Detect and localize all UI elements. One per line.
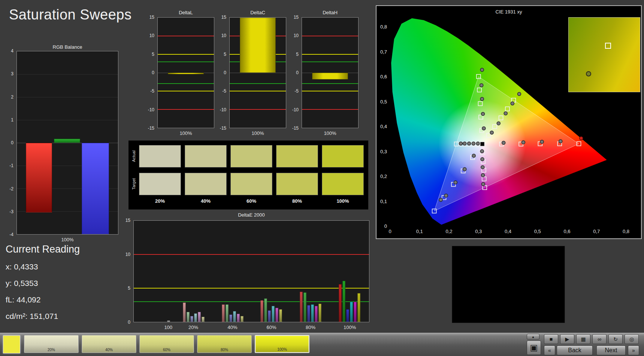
measurement-dot <box>472 142 475 145</box>
x-tick-label: 20% <box>188 325 198 330</box>
y-tick-label: -15 <box>220 126 226 130</box>
taskbar-swatch-100%[interactable]: 100% <box>255 335 309 353</box>
deltae-bar <box>233 311 236 322</box>
cie-y-tick: 0,2 <box>380 174 387 179</box>
deltae-bar <box>226 304 229 322</box>
ref-line <box>134 254 369 255</box>
play-button[interactable]: ▶ <box>560 334 574 344</box>
cie-title: CIE 1931 xy <box>377 9 641 15</box>
back-button[interactable]: Back <box>557 346 593 355</box>
rgb-balance-yticks: 43210-1-2-3-4 <box>4 51 15 235</box>
taskbar-swatch-80%[interactable]: 80% <box>197 335 252 353</box>
y-tick-label: 1 <box>11 118 13 122</box>
y-tick-label: 0 <box>296 70 299 75</box>
target-swatch-100% <box>322 173 364 195</box>
y-tick-label: 0 <box>224 70 226 75</box>
taskbar-swatch-40%[interactable]: 40% <box>82 335 136 353</box>
measurement-dot <box>454 181 457 184</box>
x-tick-label: 100 <box>164 325 172 330</box>
measurement-dot <box>481 157 484 161</box>
measurement-dot <box>480 84 483 87</box>
reading-x: x: 0,4333 <box>6 262 38 271</box>
y-tick-label: -15 <box>292 126 299 130</box>
ref-line <box>134 288 369 289</box>
zero-line <box>230 73 286 73</box>
prev-page-button[interactable]: « <box>544 346 555 355</box>
deltae-bar <box>237 314 240 322</box>
deltae-bar <box>307 305 310 322</box>
target-row-label: Target <box>131 173 136 195</box>
cie-x-tick: 0,6 <box>563 229 570 234</box>
deltae-xticks: 10020%40%60%80%100% <box>133 325 369 331</box>
active-target-square <box>480 142 484 146</box>
deltae-bar <box>198 312 201 322</box>
taskbar-swatch-20%[interactable]: 20% <box>24 335 79 353</box>
cie-x-tick: 0,7 <box>593 229 600 234</box>
measurement-dot <box>481 166 484 169</box>
y-tick-label: 10 <box>221 33 226 38</box>
y-tick-label: 0 <box>128 320 130 325</box>
ref-line <box>302 61 358 62</box>
measurement-dot <box>517 92 521 96</box>
deltae-bar <box>264 298 267 322</box>
chevron-up-button[interactable]: ▲ <box>527 334 539 340</box>
next-page-button[interactable]: » <box>628 346 639 355</box>
cie-xticks: 00,10,20,30,40,50,60,70,8 <box>390 229 626 235</box>
deltal-title: DeltaL <box>157 10 214 15</box>
y-tick-label: -10 <box>148 108 154 112</box>
loop-button[interactable]: ∞ <box>592 334 607 344</box>
taskbar-swatch-label: 100% <box>256 347 309 352</box>
pattern-button[interactable]: ▦ <box>576 334 590 344</box>
cie-y-tick: 0,6 <box>380 74 387 79</box>
red-bar <box>26 143 52 212</box>
deltae-bar <box>183 302 186 322</box>
current-reading-title: Current Reading <box>6 244 80 255</box>
y-tick-label: -5 <box>150 89 154 93</box>
inset-target-square <box>605 43 611 49</box>
power-button[interactable]: ◎ <box>625 334 639 344</box>
y-tick-label: 0 <box>152 70 154 75</box>
swatch-col-label: 80% <box>276 198 318 204</box>
loop-icon: ∞ <box>598 336 601 342</box>
deltae-bar <box>311 304 314 322</box>
cie-x-tick: 0,4 <box>505 229 511 234</box>
actual-swatch-20% <box>139 145 181 168</box>
ref-line <box>302 36 358 36</box>
taskbar-swatch-60%[interactable]: 60% <box>139 335 194 353</box>
ref-line <box>302 54 358 55</box>
deltac-chart: DeltaC 151050-5-10-15 100% <box>217 10 290 139</box>
y-tick-label: 10 <box>294 33 299 38</box>
record-pattern-button[interactable]: ▣ <box>527 341 541 355</box>
measurement-dot <box>472 154 475 157</box>
next-button[interactable]: Next <box>596 346 626 355</box>
deltae-bar <box>354 302 357 322</box>
chevron-up-icon: ▲ <box>532 335 535 339</box>
taskbar-swatch-label: 40% <box>82 348 136 352</box>
actual-target-swatch-panel: Actual Target 20%40%60%80%100% <box>129 141 368 209</box>
measurement-dot <box>511 102 514 105</box>
measurement-dot <box>482 127 486 130</box>
ref-line <box>158 54 214 55</box>
deltae-bar <box>167 320 170 322</box>
swatch-col-label: 60% <box>230 198 272 204</box>
deltae-bar <box>260 300 263 322</box>
y-tick-label: -15 <box>148 126 154 130</box>
deltac-plot <box>229 17 286 128</box>
power-icon: ◎ <box>629 336 634 342</box>
reading-cdm2: cd/m²: 151,071 <box>6 312 58 321</box>
measurement-dot <box>502 141 505 144</box>
reading-y: y: 0,5353 <box>6 279 38 288</box>
cie-y-tick: 0,1 <box>380 199 387 203</box>
cie-x-tick: 0,5 <box>534 229 541 234</box>
taskbar-swatch-label: 60% <box>140 348 194 352</box>
stop-button[interactable]: ■ <box>544 334 558 344</box>
ref-line <box>158 61 214 62</box>
x-tick-label: 40% <box>228 325 238 330</box>
actual-swatch-100% <box>322 145 364 168</box>
measurement-dot <box>559 140 562 143</box>
ref-line <box>158 91 214 91</box>
deltae-bar <box>346 309 349 322</box>
refresh-button[interactable]: ↻ <box>608 334 623 344</box>
measurement-dot <box>504 112 507 115</box>
deltah-chart: DeltaH 151050-5-10-15 100% <box>289 10 362 139</box>
